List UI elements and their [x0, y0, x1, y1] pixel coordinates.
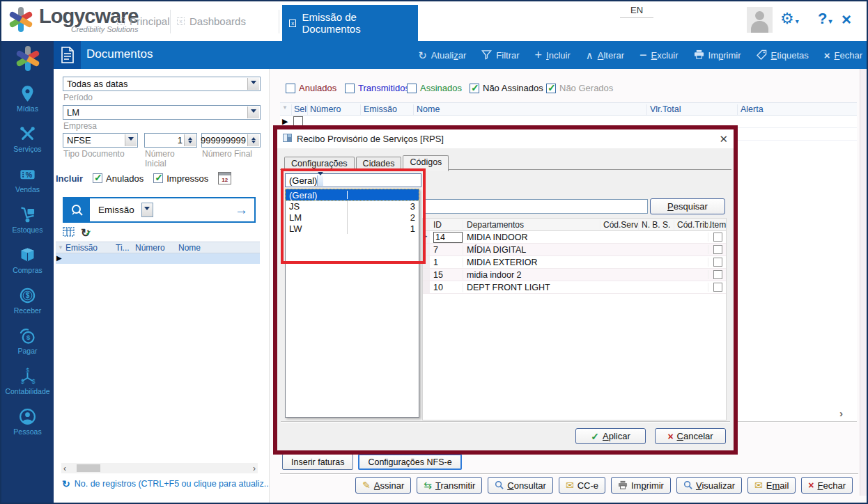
- department-search-input[interactable]: [425, 199, 648, 214]
- scroll-left-icon[interactable]: ‹: [63, 464, 66, 473]
- filter-assinados[interactable]: Assinados: [407, 83, 462, 93]
- sidebar-item-servicos[interactable]: Serviços: [1, 118, 54, 159]
- grid-view-icon[interactable]: [63, 226, 75, 240]
- dropdown-item-lw[interactable]: LW 1: [286, 223, 419, 234]
- search-go-arrow-icon[interactable]: →: [235, 203, 248, 218]
- filter-nao-gerados[interactable]: Não Gerados: [546, 83, 613, 93]
- fechar-button[interactable]: × Fechar: [824, 50, 862, 61]
- sidebar-item-vendas[interactable]: % Vendas: [1, 159, 54, 199]
- horizontal-scrollbar[interactable]: ‹ ›: [61, 463, 258, 473]
- row-pointer-icon: ►: [423, 231, 430, 243]
- sidebar-item-midias[interactable]: Mídias: [1, 78, 54, 118]
- language-selector[interactable]: EN: [620, 4, 653, 18]
- tab-emissao-de-documentos[interactable]: x Emissão de Documentos: [282, 5, 418, 41]
- tab-configuracoes[interactable]: Configurações: [284, 157, 355, 171]
- item-checkbox[interactable]: [713, 245, 722, 254]
- cce-button[interactable]: ✉ CC-e: [559, 477, 605, 494]
- filter-nao-assinados[interactable]: Não Assinados: [470, 83, 543, 93]
- tools-icon: [18, 125, 37, 143]
- scroll-right-icon[interactable]: ›: [253, 464, 256, 473]
- help-button[interactable]: ?▾: [818, 10, 832, 28]
- inserir-faturas-button[interactable]: Inserir faturas: [282, 454, 353, 470]
- sidebar-item-pagar[interactable]: $ Pagar: [1, 320, 54, 361]
- item-checkbox[interactable]: [713, 233, 722, 242]
- sidebar-item-compras[interactable]: Compras: [1, 239, 54, 280]
- sidebar-item-contabilidade[interactable]: $$$ Contabilidade: [1, 361, 54, 401]
- sidebar-item-pessoas[interactable]: Pessoas: [1, 401, 54, 441]
- dropdown-item-lm[interactable]: LM 2: [286, 212, 419, 223]
- item-checkbox[interactable]: [713, 283, 722, 292]
- cancelar-button[interactable]: × Cancelar: [655, 428, 726, 444]
- periodo-select[interactable]: Todas as datas: [63, 77, 261, 91]
- atualizar-button[interactable]: ↻ Atualizar: [418, 50, 466, 61]
- grid-row[interactable]: 15 midia indoor 2: [423, 269, 726, 281]
- settings-button[interactable]: ⚙▾: [780, 10, 799, 28]
- refresh-check-icon[interactable]: ↻✓: [81, 226, 90, 240]
- grid-row[interactable]: 1 MIDIA EXTERIOR: [423, 256, 726, 269]
- imprimir-button[interactable]: Imprimir: [694, 49, 741, 61]
- grid-row[interactable]: ► 14 MIDIA INDOOR: [423, 231, 726, 244]
- grid-row[interactable]: 10 DEPT FRONT LIGHT: [423, 281, 726, 294]
- mini-table-header[interactable]: ▼ Emissão Ti... Número Nome: [56, 242, 260, 253]
- document-actions: ✎ Assinar ⇆ Transmitir Consultar ✉ CC-e …: [355, 477, 853, 494]
- sel-checkbox[interactable]: [293, 116, 303, 126]
- search-box[interactable]: Emissão →: [63, 197, 256, 223]
- chevron-up-icon: ∧: [586, 50, 594, 61]
- email-button[interactable]: ✉ Email: [747, 477, 796, 494]
- id-cell-editor[interactable]: 14: [433, 232, 463, 243]
- window-close-button[interactable]: ×: [842, 10, 851, 29]
- dialog-titlebar[interactable]: Recibo Provisório de Serviços [RPS] ✕: [277, 129, 734, 148]
- transmitir-button[interactable]: ⇆ Transmitir: [417, 477, 482, 494]
- record-count-status[interactable]: ↻ No. de registros (CTRL+F5 ou clique pa…: [62, 478, 271, 489]
- dialog-close-icon[interactable]: ✕: [719, 133, 728, 145]
- consultar-button[interactable]: Consultar: [488, 477, 553, 494]
- right-gutter: [860, 69, 868, 496]
- numero-inicial-stepper[interactable]: 1: [144, 133, 197, 148]
- imprimir-button[interactable]: Imprimir: [611, 477, 671, 494]
- geral-combobox[interactable]: (Geral): [285, 173, 421, 187]
- dropdown-item-geral[interactable]: (Geral): [286, 189, 419, 200]
- scrollbar-thumb[interactable]: [77, 464, 100, 472]
- numero-final-stepper[interactable]: 999999999: [201, 133, 261, 148]
- sidebar-item-receber[interactable]: $ Receber: [1, 280, 54, 320]
- periodo-label: Período: [63, 93, 261, 102]
- etiquetas-button[interactable]: Etiquetas: [757, 49, 809, 61]
- dropdown-item-js[interactable]: JS 3: [286, 200, 419, 212]
- item-checkbox[interactable]: [713, 258, 722, 267]
- plus-icon: +: [535, 50, 543, 61]
- aplicar-button[interactable]: ✓ Aplicar: [575, 428, 646, 444]
- filtrar-button[interactable]: Filtrar: [481, 49, 519, 61]
- pesquisar-button[interactable]: Pesquisar: [650, 198, 725, 214]
- documents-table-header[interactable]: ▼ Sel Número Emissão Nome Vlr.Total Aler…: [280, 103, 857, 116]
- search-field-dropdown[interactable]: [141, 203, 153, 217]
- grid-row[interactable]: 7 MÍDIA DIGITAL: [423, 244, 726, 256]
- fechar-button[interactable]: × Fechar: [801, 477, 853, 494]
- incluir-button[interactable]: + Incluir: [535, 50, 571, 61]
- grid-header[interactable]: ID Departamentos Cód.Serv N. B. S. Cód.T…: [423, 219, 726, 231]
- sidebar-item-estoques[interactable]: Estoques: [1, 199, 54, 239]
- tab-principal[interactable]: x Principal: [117, 1, 170, 41]
- scroll-right-icon[interactable]: ›: [839, 407, 843, 419]
- assinar-button[interactable]: ✎ Assinar: [355, 477, 411, 494]
- calendar-icon[interactable]: 12: [218, 172, 231, 184]
- item-checkbox[interactable]: [713, 270, 722, 279]
- tab-codigos[interactable]: Códigos: [403, 155, 449, 171]
- visualizar-button[interactable]: Visualizar: [676, 477, 742, 494]
- tab-cidades[interactable]: Cidades: [356, 157, 402, 171]
- tipo-documento-select[interactable]: NFSE: [63, 133, 138, 148]
- user-avatar[interactable]: [747, 7, 773, 33]
- tab-dashboards[interactable]: x Dashboards: [177, 1, 246, 41]
- anulados-checkbox[interactable]: Anulados: [93, 173, 144, 184]
- empresa-label: Empresa: [63, 121, 261, 131]
- filter-transmitidos[interactable]: Transmitidos: [345, 83, 410, 93]
- empresa-select[interactable]: LM: [63, 105, 261, 120]
- alterar-button[interactable]: ∧ Alterar: [586, 50, 624, 61]
- mini-table-selected-row[interactable]: ▶: [56, 253, 260, 264]
- person-icon: [18, 407, 37, 426]
- impressos-checkbox[interactable]: Impressos: [153, 173, 208, 184]
- configuracoes-nfse-button[interactable]: Configurações NFS-e: [358, 454, 461, 470]
- dropdown-arrow-icon: [125, 134, 137, 146]
- filter-anulados[interactable]: Anulados: [286, 83, 336, 93]
- excluir-button[interactable]: − Excluir: [640, 50, 679, 61]
- box-icon: [18, 246, 37, 265]
